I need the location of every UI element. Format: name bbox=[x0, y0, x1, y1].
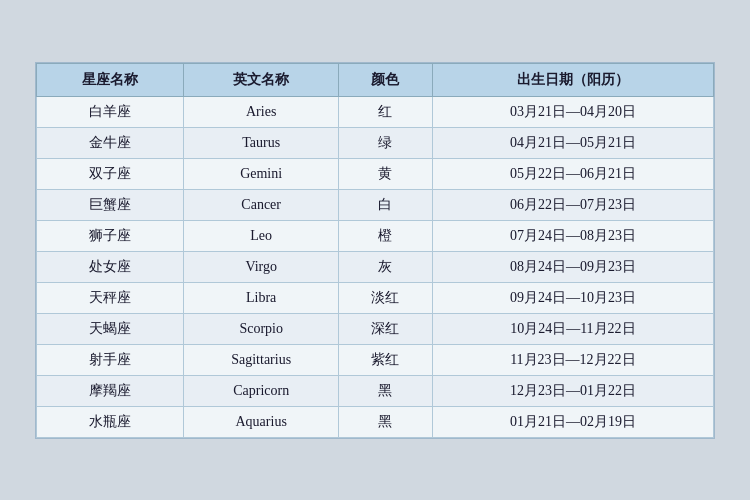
header-color: 颜色 bbox=[339, 63, 433, 96]
cell-color: 绿 bbox=[339, 127, 433, 158]
table-row: 射手座Sagittarius紫红11月23日—12月22日 bbox=[37, 344, 714, 375]
cell-dates: 01月21日—02月19日 bbox=[432, 406, 713, 437]
cell-dates: 04月21日—05月21日 bbox=[432, 127, 713, 158]
table-row: 天秤座Libra淡红09月24日—10月23日 bbox=[37, 282, 714, 313]
cell-dates: 07月24日—08月23日 bbox=[432, 220, 713, 251]
cell-english-name: Gemini bbox=[184, 158, 339, 189]
table-row: 摩羯座Capricorn黑12月23日—01月22日 bbox=[37, 375, 714, 406]
cell-color: 白 bbox=[339, 189, 433, 220]
cell-english-name: Leo bbox=[184, 220, 339, 251]
cell-english-name: Sagittarius bbox=[184, 344, 339, 375]
table-row: 双子座Gemini黄05月22日—06月21日 bbox=[37, 158, 714, 189]
cell-english-name: Taurus bbox=[184, 127, 339, 158]
cell-color: 黑 bbox=[339, 406, 433, 437]
cell-color: 黄 bbox=[339, 158, 433, 189]
cell-chinese-name: 天蝎座 bbox=[37, 313, 184, 344]
cell-english-name: Aries bbox=[184, 96, 339, 127]
cell-dates: 09月24日—10月23日 bbox=[432, 282, 713, 313]
cell-english-name: Virgo bbox=[184, 251, 339, 282]
table-row: 天蝎座Scorpio深红10月24日—11月22日 bbox=[37, 313, 714, 344]
table-row: 白羊座Aries红03月21日—04月20日 bbox=[37, 96, 714, 127]
cell-chinese-name: 金牛座 bbox=[37, 127, 184, 158]
zodiac-table: 星座名称 英文名称 颜色 出生日期（阳历） 白羊座Aries红03月21日—04… bbox=[35, 62, 715, 439]
cell-chinese-name: 双子座 bbox=[37, 158, 184, 189]
cell-english-name: Cancer bbox=[184, 189, 339, 220]
cell-dates: 11月23日—12月22日 bbox=[432, 344, 713, 375]
cell-color: 淡红 bbox=[339, 282, 433, 313]
cell-english-name: Aquarius bbox=[184, 406, 339, 437]
cell-color: 紫红 bbox=[339, 344, 433, 375]
cell-color: 橙 bbox=[339, 220, 433, 251]
table-row: 狮子座Leo橙07月24日—08月23日 bbox=[37, 220, 714, 251]
cell-chinese-name: 摩羯座 bbox=[37, 375, 184, 406]
cell-chinese-name: 狮子座 bbox=[37, 220, 184, 251]
cell-color: 黑 bbox=[339, 375, 433, 406]
cell-chinese-name: 射手座 bbox=[37, 344, 184, 375]
header-dates: 出生日期（阳历） bbox=[432, 63, 713, 96]
cell-english-name: Libra bbox=[184, 282, 339, 313]
cell-chinese-name: 天秤座 bbox=[37, 282, 184, 313]
table-row: 巨蟹座Cancer白06月22日—07月23日 bbox=[37, 189, 714, 220]
cell-dates: 12月23日—01月22日 bbox=[432, 375, 713, 406]
cell-chinese-name: 巨蟹座 bbox=[37, 189, 184, 220]
table-row: 处女座Virgo灰08月24日—09月23日 bbox=[37, 251, 714, 282]
cell-chinese-name: 水瓶座 bbox=[37, 406, 184, 437]
cell-color: 灰 bbox=[339, 251, 433, 282]
cell-dates: 05月22日—06月21日 bbox=[432, 158, 713, 189]
cell-dates: 06月22日—07月23日 bbox=[432, 189, 713, 220]
header-english-name: 英文名称 bbox=[184, 63, 339, 96]
table-row: 金牛座Taurus绿04月21日—05月21日 bbox=[37, 127, 714, 158]
cell-color: 红 bbox=[339, 96, 433, 127]
cell-english-name: Capricorn bbox=[184, 375, 339, 406]
cell-english-name: Scorpio bbox=[184, 313, 339, 344]
cell-chinese-name: 处女座 bbox=[37, 251, 184, 282]
table-row: 水瓶座Aquarius黑01月21日—02月19日 bbox=[37, 406, 714, 437]
cell-color: 深红 bbox=[339, 313, 433, 344]
cell-dates: 03月21日—04月20日 bbox=[432, 96, 713, 127]
header-chinese-name: 星座名称 bbox=[37, 63, 184, 96]
table-header-row: 星座名称 英文名称 颜色 出生日期（阳历） bbox=[37, 63, 714, 96]
cell-dates: 10月24日—11月22日 bbox=[432, 313, 713, 344]
cell-dates: 08月24日—09月23日 bbox=[432, 251, 713, 282]
cell-chinese-name: 白羊座 bbox=[37, 96, 184, 127]
